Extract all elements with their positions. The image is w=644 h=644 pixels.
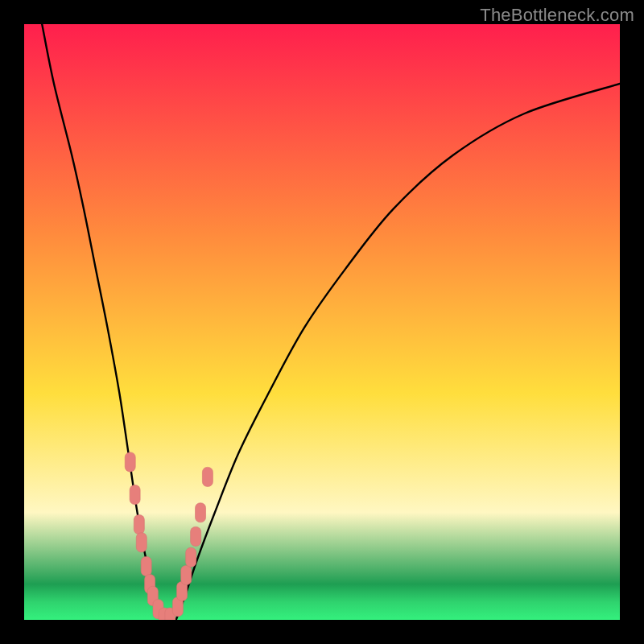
bottleneck-chart: [24, 24, 620, 620]
highlight-marker: [141, 556, 151, 576]
plot-frame: TheBottleneck.com: [0, 0, 644, 644]
gradient-background: [24, 24, 620, 620]
highlight-marker: [181, 566, 192, 585]
highlight-marker: [202, 467, 213, 486]
highlight-marker: [134, 515, 144, 535]
highlight-marker: [130, 485, 140, 505]
highlight-marker: [125, 452, 135, 472]
highlight-marker: [196, 503, 206, 522]
highlight-marker: [191, 526, 201, 546]
highlight-marker: [186, 547, 196, 567]
watermark-text: TheBottleneck.com: [480, 5, 634, 26]
highlight-marker: [136, 533, 147, 552]
